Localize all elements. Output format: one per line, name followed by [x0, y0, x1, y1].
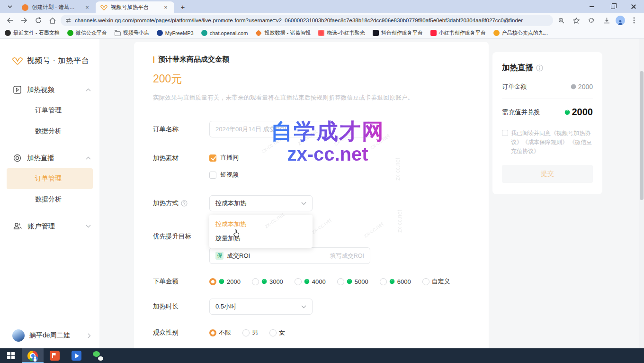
taskbar-wechat[interactable]: [87, 348, 109, 363]
method-select[interactable]: 控成本加热: [209, 195, 313, 211]
site-info-icon[interactable]: [65, 18, 71, 23]
duration-label: 加热时长: [153, 302, 209, 311]
radio-icon[interactable]: [337, 278, 344, 285]
reload-icon[interactable]: [32, 14, 45, 27]
home-icon[interactable]: [46, 14, 59, 27]
gender-option-male[interactable]: 男: [242, 328, 258, 337]
radio-icon[interactable]: [242, 329, 250, 336]
taskbar-chrome[interactable]: [22, 348, 44, 363]
bookmark-item[interactable]: 微信公众平台: [67, 29, 107, 36]
bookmark-item[interactable]: 概选-小红书聚光: [318, 29, 365, 36]
tab1-close-icon[interactable]: ×: [83, 4, 91, 11]
bookmarks-bar: 最近文件 - 石墨文档 微信公众平台 视频号小店 MyFreeMP3 chat.…: [0, 27, 644, 39]
sidebar-user[interactable]: 躺平de周二娃: [0, 329, 99, 342]
forward-icon[interactable]: [18, 14, 30, 27]
bookmark-folder[interactable]: 视频号小店: [115, 29, 149, 36]
browser-tab-2-active[interactable]: 视频号加热平台 ×: [96, 1, 174, 13]
window-minimize-button[interactable]: [581, 0, 602, 13]
radio-icon[interactable]: [295, 278, 302, 285]
downloads-icon[interactable]: [600, 14, 613, 27]
window-restore-button[interactable]: [602, 0, 623, 13]
browser-tab-1[interactable]: 创建计划 - 诸葛智投 ×: [17, 1, 96, 13]
bookmark-item[interactable]: 产品核心卖点的九...: [493, 29, 548, 36]
duration-select[interactable]: 0.5小时: [209, 299, 313, 315]
checkbox-unchecked-icon[interactable]: [209, 172, 216, 179]
profile-avatar[interactable]: [616, 16, 625, 25]
bookmark-item[interactable]: 抖音创作服务平台: [373, 29, 423, 36]
roi-field[interactable]: 保 成交ROI: [209, 247, 370, 264]
method-option-volume[interactable]: 放量加热: [209, 231, 313, 245]
agreement-row: 我已阅读并同意《视频号加热协议》《成本保障规则》 《微信豆充值协议》: [502, 129, 593, 156]
help-icon[interactable]: [181, 200, 188, 207]
browser-titlebar: 创建计划 - 诸葛智投 × 视频号加热平台 × +: [0, 0, 644, 13]
order-name-input[interactable]: [209, 121, 370, 137]
bookmark-item[interactable]: chat.openai.com: [201, 30, 248, 36]
menu-kebab-icon[interactable]: [628, 14, 640, 27]
back-icon[interactable]: [4, 14, 16, 27]
gender-option-female[interactable]: 女: [269, 328, 285, 337]
agreement-checkbox[interactable]: [502, 130, 508, 136]
scrollbar-thumb[interactable]: [640, 71, 644, 200]
window-close-button[interactable]: [623, 0, 644, 13]
page-body: 视频号 · 加热平台 加热视频 订单管理 数据分析 加热直播 订单管理 数据分析…: [0, 39, 644, 348]
taskbar-media-app[interactable]: [65, 348, 87, 363]
bookmark-item[interactable]: 最近文件 - 石墨文档: [5, 29, 60, 36]
amount-option-5000[interactable]: 5000: [337, 278, 368, 285]
tab2-close-icon[interactable]: ×: [162, 4, 170, 11]
coin-bean-grey-icon: [571, 84, 576, 90]
gender-option-any[interactable]: 不限: [209, 328, 231, 337]
roi-value-input[interactable]: [253, 253, 364, 259]
start-button[interactable]: [0, 348, 22, 363]
new-tab-button[interactable]: +: [177, 1, 188, 12]
sidebar-group-heat-video[interactable]: 加热视频: [0, 79, 99, 100]
info-icon[interactable]: [536, 64, 543, 72]
gender-label: 观众性别: [153, 328, 209, 337]
sidebar-item-video-analytics[interactable]: 数据分析: [7, 121, 93, 142]
radio-icon[interactable]: [422, 278, 429, 285]
sidebar-item-live-analytics[interactable]: 数据分析: [7, 189, 93, 210]
amount-option-4000[interactable]: 4000: [295, 278, 326, 285]
sidebar-item-live-orders-active[interactable]: 订单管理: [7, 168, 93, 189]
tab2-title: 视频号加热平台: [111, 4, 159, 11]
material-option-video[interactable]: 短视频: [209, 170, 470, 180]
material-option-live[interactable]: 直播间: [209, 153, 470, 163]
radio-selected-icon[interactable]: [209, 278, 216, 285]
checkbox-checked-icon[interactable]: [209, 154, 216, 162]
amount-option-2000[interactable]: 2000: [209, 278, 241, 285]
radio-icon[interactable]: [269, 329, 277, 336]
shimo-icon: [5, 30, 11, 36]
tab2-favicon-channels-icon: [100, 5, 107, 10]
bookmark-item[interactable]: MyFreeMP3: [157, 30, 194, 36]
agreement-link-cost[interactable]: 《成本保障规则》: [522, 139, 568, 145]
wechat-icon: [67, 30, 73, 36]
agreement-text: 我已阅读并同意《视频号加热协议》《成本保障规则》 《微信豆充值协议》: [511, 129, 593, 156]
amount-option-6000[interactable]: 6000: [380, 278, 411, 285]
radio-selected-icon[interactable]: [209, 329, 216, 336]
address-bar[interactable]: channels.weixin.qq.com/promote/pages/pla…: [61, 15, 553, 26]
myfreemp3-icon: [157, 30, 163, 36]
zoom-icon[interactable]: [555, 14, 567, 27]
sidebar-group-heat-live[interactable]: 加热直播: [0, 147, 99, 168]
recharge-row-label: 需充值并兑换: [502, 108, 540, 117]
summary-card: 加热直播 订单金额 2000 需充值并兑换 2000: [492, 52, 602, 194]
bookmark-item[interactable]: 小红书创作服务平台: [430, 29, 486, 36]
coin-bean-icon: [219, 279, 224, 284]
extensions-icon[interactable]: [585, 14, 598, 27]
tab-search-button[interactable]: [4, 1, 16, 12]
account-icon: [13, 222, 22, 230]
method-option-cost-control[interactable]: 控成本加热: [209, 217, 313, 231]
bookmark-item[interactable]: 投放数据 - 诸葛智投: [255, 29, 311, 36]
bookmark-star-icon[interactable]: [570, 14, 582, 27]
taskbar-presentation-app[interactable]: [44, 348, 65, 363]
page-scrollbar[interactable]: [639, 39, 644, 348]
coin-bean-icon: [347, 279, 352, 284]
amount-option-custom[interactable]: 自定义: [422, 277, 450, 286]
submit-button[interactable]: 提交: [502, 165, 593, 183]
amount-option-3000[interactable]: 3000: [252, 278, 283, 285]
order-name-label: 订单名称: [153, 125, 209, 134]
radio-icon[interactable]: [380, 278, 387, 285]
sidebar-group-account[interactable]: 账户管理: [0, 216, 99, 236]
sidebar-item-video-orders[interactable]: 订单管理: [7, 100, 93, 121]
radio-icon[interactable]: [252, 278, 259, 285]
user-avatar: [12, 329, 25, 342]
